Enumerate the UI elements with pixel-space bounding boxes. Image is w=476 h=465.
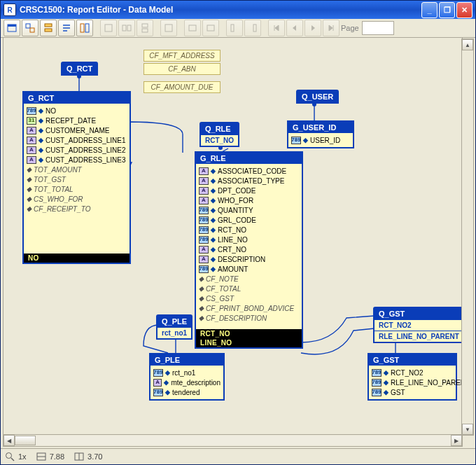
horizontal-scrollbar[interactable]: ◀ ▶ bbox=[3, 434, 463, 447]
scroll-down-icon[interactable]: ▼ bbox=[462, 424, 473, 435]
col-type-icon: A bbox=[199, 197, 209, 204]
canvas[interactable]: CF_MFT_ADDRESS CF_ABN CF_AMOUNT_DUE Q_RC… bbox=[3, 38, 463, 436]
toolbar-icon-8[interactable] bbox=[136, 20, 153, 36]
column-row[interactable]: A◆CRT_NO bbox=[199, 244, 299, 254]
query-q-rct[interactable]: Q_RCT bbox=[61, 62, 98, 76]
formula-row[interactable]: ◆CS_GST bbox=[199, 293, 299, 303]
query-q-user[interactable]: Q_USER bbox=[296, 90, 339, 104]
field-cf-amount-due[interactable]: CF_AMOUNT_DUE bbox=[144, 81, 220, 93]
page-input[interactable] bbox=[362, 21, 394, 35]
nav-first-icon[interactable] bbox=[268, 20, 285, 36]
toolbar-icon-4[interactable] bbox=[58, 20, 75, 36]
statusbar: 1x 7.88 3.70 bbox=[1, 448, 475, 464]
column-row[interactable]: A◆ASSOCIATED_CODE bbox=[199, 166, 299, 176]
scroll-up-icon[interactable]: ▲ bbox=[462, 39, 473, 50]
arrow-icon: ◆ bbox=[199, 314, 204, 321]
nav-last-icon[interactable] bbox=[323, 20, 340, 36]
column-row[interactable]: 789◆RCT_NO2 bbox=[372, 368, 453, 377]
zoom-value: 1x bbox=[18, 452, 27, 461]
column-row[interactable]: 789◆LINE_NO bbox=[199, 235, 299, 244]
toolbar-icon-13[interactable] bbox=[244, 20, 261, 36]
column-row[interactable]: A◆mte_description bbox=[153, 377, 220, 387]
query-title: Q_USER bbox=[298, 91, 337, 102]
toolbar-icon-6[interactable] bbox=[100, 20, 117, 36]
column-row[interactable]: 789◆GRL_CODE bbox=[199, 215, 299, 225]
scroll-right-icon[interactable]: ▶ bbox=[451, 435, 462, 446]
group-g-rle[interactable]: G_RLE A◆ASSOCIATED_CODEA◆ASSOCIATED_TYPE… bbox=[195, 151, 303, 349]
column-name: LINE_NO bbox=[218, 236, 248, 244]
titlebar[interactable]: R CRSC1500: Report Editor - Data Model _… bbox=[1, 1, 475, 19]
col-type-icon: A bbox=[27, 127, 36, 134]
query-q-rle[interactable]: Q_RLE RCT_NO bbox=[200, 122, 239, 147]
query-q-ple[interactable]: Q_PLE rct_no1 bbox=[156, 314, 192, 340]
vertical-scrollbar[interactable]: ▲ ▼ bbox=[461, 39, 474, 436]
column-row[interactable]: 789◆NO bbox=[27, 106, 127, 116]
column-row[interactable]: 789◆tendered bbox=[153, 387, 220, 397]
arrow-icon: ◆ bbox=[211, 226, 216, 233]
arrow-icon: ◆ bbox=[211, 216, 216, 223]
column-row[interactable]: 789◆RCT_NO bbox=[199, 225, 299, 235]
formula-row[interactable]: ◆CF_PRINT_BOND_ADVICE bbox=[199, 303, 299, 313]
group-g-ple[interactable]: G_PLE 789◆rct_no1A◆mte_description789◆te… bbox=[149, 353, 225, 401]
formula-row[interactable]: ◆CF_NOTE bbox=[199, 274, 299, 284]
nav-prev-icon[interactable] bbox=[286, 20, 303, 36]
column-row[interactable]: 789◆QUANTITY bbox=[199, 205, 299, 215]
column-row[interactable]: 789◆AMOUNT bbox=[199, 264, 299, 274]
formula-row[interactable]: ◆CS_WHO_FOR bbox=[27, 194, 127, 204]
toolbar-icon-11[interactable] bbox=[202, 20, 219, 36]
maximize-button[interactable]: ❐ bbox=[439, 2, 455, 18]
column-row[interactable]: 789◆RLE_LINE_NO_PARENT bbox=[372, 377, 453, 387]
svg-rect-17 bbox=[253, 25, 256, 32]
scroll-left-icon[interactable]: ◀ bbox=[4, 435, 15, 446]
column-row[interactable]: A◆DESCRIPTION bbox=[199, 254, 299, 264]
group-footer: LINE_NO bbox=[196, 338, 302, 347]
group-g-user-id[interactable]: G_USER_ID 789◆USER_ID bbox=[287, 120, 354, 148]
minimize-button[interactable]: _ bbox=[421, 2, 438, 18]
column-row[interactable]: 789◆USER_ID bbox=[291, 135, 350, 145]
formula-row[interactable]: ◆CF_DESCRIPTION bbox=[199, 313, 299, 323]
formula-row[interactable]: ◆TOT_GST bbox=[27, 174, 127, 184]
coord-y-value: 3.70 bbox=[88, 452, 102, 461]
arrow-icon: ◆ bbox=[199, 295, 204, 302]
group-g-rct[interactable]: G_RCT 789◆NO31◆RECEPT_DATEA◆CUSTOMER_NAM… bbox=[22, 91, 131, 264]
field-cf-mft-address[interactable]: CF_MFT_ADDRESS bbox=[144, 50, 220, 62]
column-row[interactable]: 789◆rct_no1 bbox=[153, 368, 220, 377]
toolbar-icon-9[interactable] bbox=[160, 20, 177, 36]
toolbar-icon-2[interactable] bbox=[22, 20, 38, 36]
column-row[interactable]: A◆CUST_ADDRESS_LINE3 bbox=[27, 155, 127, 165]
field-cf-abn[interactable]: CF_ABN bbox=[144, 63, 220, 75]
column-row[interactable]: A◆CUSTOMER_NAME bbox=[27, 125, 127, 135]
svg-rect-2 bbox=[26, 24, 30, 28]
toolbar-icon-5[interactable] bbox=[76, 20, 93, 36]
query-q-gst[interactable]: Q_GST RCT_NO2 RLE_LINE_NO_PARENT bbox=[373, 307, 465, 343]
column-row[interactable]: A◆CUST_ADDRESS_LINE1 bbox=[27, 135, 127, 145]
group-title: G_RCT bbox=[24, 92, 130, 104]
svg-rect-16 bbox=[231, 25, 234, 32]
column-row[interactable]: 789◆GST bbox=[372, 387, 453, 397]
formula-row[interactable]: ◆CF_TOTAL bbox=[199, 284, 299, 293]
toolbar-icon-3[interactable] bbox=[40, 20, 57, 36]
arrow-icon: ◆ bbox=[211, 207, 216, 214]
formula-row[interactable]: ◆TOT_AMOUNT bbox=[27, 165, 127, 174]
column-row[interactable]: 31◆RECEPT_DATE bbox=[27, 116, 127, 125]
toolbar-icon-10[interactable] bbox=[184, 20, 201, 36]
toolbar-icon-7[interactable] bbox=[118, 20, 135, 36]
column-row[interactable]: A◆WHO_FOR bbox=[199, 195, 299, 205]
toolbar-icon-1[interactable] bbox=[4, 20, 20, 36]
close-button[interactable]: ✕ bbox=[456, 2, 472, 18]
group-g-gst[interactable]: G_GST 789◆RCT_NO2789◆RLE_LINE_NO_PARENT7… bbox=[368, 353, 457, 401]
col-type-icon: A bbox=[199, 256, 209, 263]
formula-row[interactable]: ◆CF_RECEIPT_TO bbox=[27, 204, 127, 214]
scroll-thumb[interactable] bbox=[15, 436, 36, 445]
col-type-icon: 789 bbox=[27, 107, 36, 115]
column-row[interactable]: A◆ASSOCIATED_TYPE bbox=[199, 176, 299, 186]
column-row[interactable]: A◆CUST_ADDRESS_LINE2 bbox=[27, 145, 127, 155]
group-footer: RCT_NO bbox=[196, 329, 302, 338]
arrow-icon: ◆ bbox=[211, 187, 216, 194]
toolbar-icon-12[interactable] bbox=[226, 20, 243, 36]
nav-next-icon[interactable] bbox=[304, 20, 321, 36]
col-type-icon: 789 bbox=[199, 236, 209, 244]
query-title: Q_GST bbox=[374, 308, 463, 319]
column-row[interactable]: A◆DPT_CODE bbox=[199, 186, 299, 195]
formula-row[interactable]: ◆TOT_TOTAL bbox=[27, 184, 127, 194]
